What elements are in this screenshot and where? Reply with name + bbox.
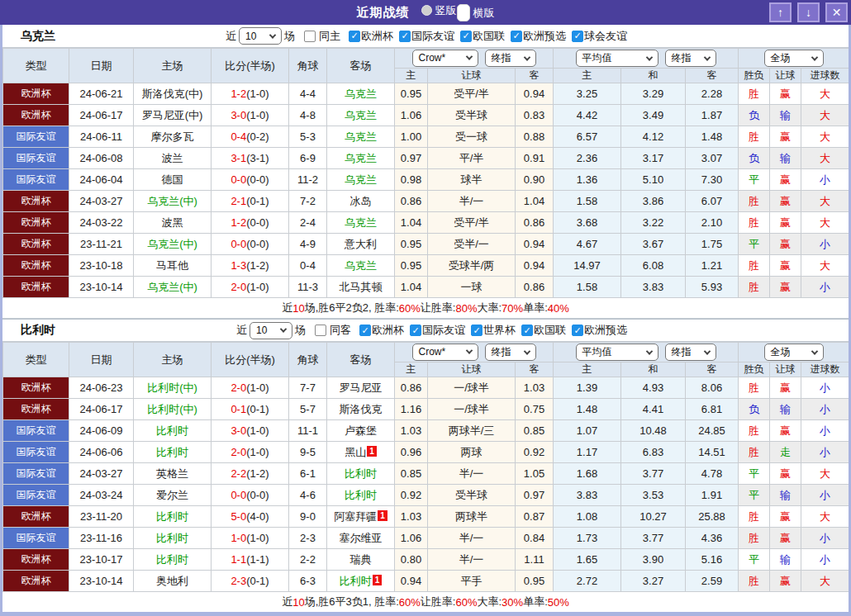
- competition-checkbox[interactable]: ✓欧洲杯: [349, 29, 393, 44]
- average-home-odds-cell: 2.36: [554, 148, 621, 169]
- match-row: 国际友谊24-06-04德国0-0(0-0)11-2乌克兰0.98球半0.901…: [3, 169, 849, 191]
- home-team-name: 波兰: [162, 152, 183, 164]
- away-team-cell: 比利时: [327, 463, 395, 485]
- score-cell: 2-1(0-1): [212, 191, 289, 212]
- result-cell: 胜: [739, 126, 770, 148]
- average-select[interactable]: 平均值: [576, 50, 658, 67]
- away-team-cell: 乌克兰: [327, 212, 395, 234]
- europe-stage-select[interactable]: 终指: [665, 344, 716, 361]
- match-row: 欧洲杯24-03-22波黑1-2(0-0)2-4乌克兰1.04受平/半0.863…: [3, 212, 849, 234]
- result-cell: 胜: [739, 191, 770, 212]
- average-select[interactable]: 平均值: [576, 344, 658, 361]
- section-summary: 近10场,胜6平3负1, 胜率:60% 让胜率:60% 大率:30% 单率:50…: [2, 592, 849, 613]
- halftime-score: (0-2): [246, 130, 269, 143]
- scroll-down-button[interactable]: ↓: [797, 2, 820, 22]
- odds-column-header: 进球数: [801, 362, 849, 377]
- score-cell: 1-2(1-0): [212, 83, 289, 105]
- competition-type-cell: 欧洲杯: [3, 191, 69, 212]
- handicap-stage-select[interactable]: 终指: [485, 50, 536, 67]
- handicap-line-cell: 两球半: [428, 506, 516, 528]
- home-team-name: 斯洛伐克(中): [142, 88, 203, 100]
- match-row: 欧洲杯23-10-17比利时1-1(1-1)2-2瑞典0.80半/一1.111.…: [3, 549, 849, 571]
- home-team-name: 奥地利: [156, 575, 188, 587]
- match-row: 欧洲杯24-06-21斯洛伐克(中)1-2(1-0)4-4乌克兰0.95受平/半…: [3, 83, 849, 105]
- scroll-up-button[interactable]: ↑: [769, 2, 792, 22]
- match-scope-select[interactable]: 全场: [764, 50, 824, 67]
- date-cell: 24-06-11: [69, 126, 134, 148]
- corners-cell: 6-9: [289, 148, 327, 169]
- competition-checkbox[interactable]: ✓欧国联: [460, 29, 505, 44]
- layout-radio-option[interactable]: 竖版: [421, 3, 457, 18]
- fulltime-score: 1-3: [231, 259, 246, 272]
- fulltime-score: 1-0: [231, 532, 246, 544]
- average-draw-odds-cell: 3.67: [621, 234, 686, 255]
- competition-checkbox[interactable]: ✓欧洲预选: [511, 29, 566, 44]
- summary-text: 30%: [502, 596, 523, 609]
- same-venue-checkbox[interactable]: 同主: [304, 29, 340, 44]
- summary-text: 让胜率:: [421, 595, 456, 609]
- handicap-home-odds-cell: 0.94: [395, 571, 428, 592]
- average-home-odds-cell: 1.07: [554, 420, 621, 442]
- handicap-result-cell: 赢: [770, 463, 801, 485]
- score-cell: 0-0(0-0): [212, 234, 289, 255]
- select-value: 10: [256, 325, 267, 336]
- corners-cell: 11-3: [289, 277, 327, 298]
- competition-checkbox[interactable]: ✓国际友谊: [410, 323, 465, 338]
- away-team-cell: 卢森堡: [327, 420, 395, 442]
- window-title: 近期战绩: [357, 5, 410, 21]
- checkbox-icon: ✓: [471, 325, 483, 336]
- result-cell: 平: [739, 549, 770, 571]
- competition-checkbox[interactable]: ✓国际友谊: [399, 29, 454, 44]
- odds-column-header: 让球: [428, 362, 516, 377]
- match-row: 国际友谊24-06-06比利时2-0(1-0)9-5黑山10.96两球0.921…: [3, 442, 849, 463]
- away-team-cell: 黑山1: [327, 442, 395, 463]
- filter-bar: 近10场同客✓欧洲杯✓国际友谊✓世界杯✓欧国联✓欧洲预选: [236, 322, 627, 339]
- average-away-odds-cell: 8.06: [686, 377, 739, 399]
- checkbox-icon: ✓: [410, 325, 421, 336]
- same-venue-checkbox[interactable]: 同客: [315, 323, 351, 338]
- home-team-name: 波黑: [162, 216, 183, 229]
- column-header: 角球: [289, 343, 327, 377]
- corners-cell: 11-2: [289, 169, 327, 191]
- competition-type-cell: 欧洲杯: [3, 212, 69, 234]
- result-cell: 平: [739, 485, 770, 506]
- bookmaker-select[interactable]: Crow*: [412, 50, 478, 67]
- competition-checkbox[interactable]: ✓球会友谊: [572, 29, 627, 44]
- layout-radio-selected[interactable]: 横版: [457, 4, 495, 21]
- odds-column-header: 客: [516, 69, 554, 83]
- europe-stage-select[interactable]: 终指: [665, 50, 716, 67]
- red-card-badge: 1: [378, 510, 387, 521]
- competition-checkbox[interactable]: ✓世界杯: [471, 323, 516, 338]
- odds-column-header: 主: [395, 69, 428, 83]
- match-row: 欧洲杯23-10-14乌克兰(中)2-0(1-0)11-3北马其顿1.04一球0…: [3, 277, 849, 298]
- match-row: 欧洲杯24-03-27乌克兰(中)2-1(0-1)7-2冰岛0.86半/一1.0…: [3, 191, 849, 212]
- radio-label: 竖版: [435, 3, 457, 18]
- goals-result-cell: 小: [801, 377, 849, 399]
- recent-count-select[interactable]: 10: [250, 322, 292, 339]
- close-button[interactable]: ✕: [825, 2, 848, 22]
- home-team-name: 马耳他: [156, 259, 188, 272]
- fulltime-score: 2-1: [231, 195, 246, 207]
- handicap-result-cell: 输: [770, 485, 801, 506]
- handicap-result-cell: 赢: [770, 191, 801, 212]
- odds-column-header: 主: [554, 362, 621, 377]
- odds-group-header: Crow*终指: [395, 49, 554, 69]
- bookmaker-select[interactable]: Crow*: [412, 344, 478, 361]
- handicap-away-odds-cell: 0.94: [516, 234, 554, 255]
- match-scope-select[interactable]: 全场: [764, 344, 824, 361]
- odds-group-header: 全场: [739, 49, 849, 69]
- competition-checkbox[interactable]: ✓欧国联: [521, 323, 566, 338]
- handicap-stage-select[interactable]: 终指: [485, 344, 536, 361]
- handicap-away-odds-cell: 1.04: [516, 191, 554, 212]
- competition-checkbox[interactable]: ✓欧洲预选: [572, 323, 627, 338]
- handicap-away-odds-cell: 1.03: [516, 377, 554, 399]
- competition-checkbox[interactable]: ✓欧洲杯: [359, 323, 404, 338]
- handicap-away-odds-cell: 0.87: [516, 506, 554, 528]
- goals-result-cell: 大: [801, 463, 849, 485]
- fulltime-score: 1-1: [231, 553, 246, 566]
- handicap-away-odds-cell: 0.91: [516, 148, 554, 169]
- chevron-down-icon: [465, 54, 472, 60]
- recent-count-select[interactable]: 10: [239, 27, 282, 45]
- corners-cell: 6-3: [289, 571, 327, 592]
- halftime-score: (1-0): [246, 446, 269, 458]
